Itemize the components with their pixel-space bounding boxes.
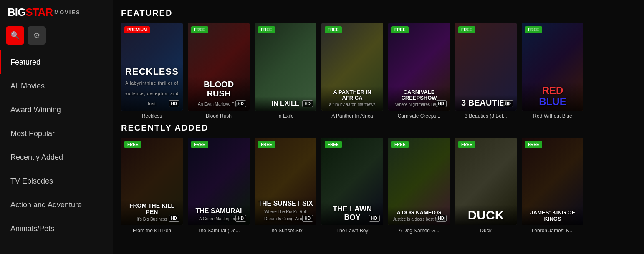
hd-badge: HD <box>436 100 447 107</box>
hd-badge: HD <box>302 215 313 222</box>
movie-title: Reckless <box>121 113 183 119</box>
recently-added-movie-grid: FREE FROM THE KILL PENIt's Big Business … <box>121 138 636 234</box>
movie-card-reckless[interactable]: PREMIUM RECKLESSA labyrinthine thriller … <box>121 23 183 119</box>
badge-free: FREE <box>391 141 409 148</box>
logo: BIGSTAR <box>8 6 53 19</box>
hd-badge: HD <box>169 215 179 222</box>
badge-free: FREE <box>191 26 208 33</box>
movie-title: A Dog Named G... <box>388 228 450 234</box>
movie-title: A Panther In Africa <box>321 113 383 119</box>
hd-badge: HD <box>235 100 246 107</box>
movie-title: From the Kill Pen <box>121 228 183 234</box>
badge-free: FREE <box>525 26 542 33</box>
movie-card-lebron[interactable]: FREE JAMES: KING OF KINGS Lebron James: … <box>522 138 583 234</box>
movie-title: The Lawn Boy <box>321 228 383 234</box>
movie-card-lawn-boy[interactable]: FREE THE LAWN BOY HD The Lawn Boy <box>321 138 383 234</box>
badge-free: FREE <box>391 26 409 33</box>
sidebar-item-tv-episodes[interactable]: TV Episodes <box>0 169 113 193</box>
sidebar: BIGSTAR MOVIES 🔍 ⚙ Featured All Movies A… <box>0 0 113 254</box>
movie-card-blood-rush[interactable]: FREE BLOOD RUSHAn Evan Marlowe Film HD B… <box>188 23 250 119</box>
movie-card-samurai[interactable]: FREE THE SAMURAIA Genre Masterpiece HD T… <box>188 138 250 234</box>
sidebar-item-all-movies[interactable]: All Movies <box>0 74 113 98</box>
movie-title: The Samurai (De... <box>188 228 250 234</box>
logo-area: BIGSTAR MOVIES <box>0 0 113 23</box>
movie-title: Red Without Blue <box>522 113 583 119</box>
hd-badge: HD <box>503 100 513 107</box>
search-bar: 🔍 ⚙ <box>0 23 113 50</box>
search-button[interactable]: 🔍 <box>6 26 24 45</box>
movie-card-kill-pen[interactable]: FREE FROM THE KILL PENIt's Big Business … <box>121 138 183 234</box>
badge-free: FREE <box>525 141 542 148</box>
movie-card-3-beauties[interactable]: FREE 3 BEAUTIES HD 3 Beauties (3 Bel... <box>455 23 517 119</box>
hd-badge: HD <box>235 215 246 222</box>
hd-badge: HD <box>369 215 380 222</box>
movie-title: Blood Rush <box>188 113 250 119</box>
settings-button[interactable]: ⚙ <box>28 26 46 45</box>
search-icon: 🔍 <box>10 31 20 40</box>
badge-free: FREE <box>124 141 141 148</box>
badge-free: FREE <box>325 141 342 148</box>
movie-card-sunset-six[interactable]: FREE THE SUNSET SIXWhere The Rock'n'Roll… <box>255 138 316 234</box>
movie-card-duck[interactable]: FREE DUCK Duck <box>455 138 517 234</box>
badge-free: FREE <box>258 141 275 148</box>
movie-card-carnivale[interactable]: FREE CARNIVALE CREEPSHOWWhere Nightmares… <box>388 23 450 119</box>
poster-text: REDBLUE <box>522 82 583 111</box>
badge-free: FREE <box>458 26 475 33</box>
sidebar-item-most-popular[interactable]: Most Popular <box>0 122 113 146</box>
badge-free: FREE <box>258 26 275 33</box>
movie-card-dog-named[interactable]: FREE A DOG NAMED GJustice is a dog's bes… <box>388 138 450 234</box>
sidebar-item-award-winning[interactable]: Award Winning <box>0 98 113 122</box>
badge-premium: PREMIUM <box>124 26 150 33</box>
recently-added-section-title: RECENTLY ADDED <box>121 123 636 133</box>
sidebar-item-action-adventure[interactable]: Action and Adventure <box>0 193 113 217</box>
hd-badge: HD <box>436 215 447 222</box>
movie-title: 3 Beauties (3 Bel... <box>455 113 517 119</box>
movie-title: Duck <box>455 228 517 234</box>
hd-badge: HD <box>302 100 313 107</box>
badge-free: FREE <box>458 141 475 148</box>
poster-text: DUCK <box>455 205 517 225</box>
movie-title: The Sunset Six <box>255 228 316 234</box>
hd-badge: HD <box>169 100 179 107</box>
sidebar-item-recently-added[interactable]: Recently Added <box>0 146 113 169</box>
sidebar-item-animals-pets[interactable]: Animals/Pets <box>0 217 113 241</box>
movie-title: Lebron James: K... <box>522 228 583 234</box>
gear-icon: ⚙ <box>33 31 40 40</box>
featured-section-title: FEATURED <box>121 8 636 18</box>
movie-title: In Exile <box>255 113 316 119</box>
logo-movies: MOVIES <box>54 9 81 15</box>
movie-title: Carnivale Creeps... <box>388 113 450 119</box>
poster-text: A PANTHER IN AFRICAa film by aaron matth… <box>321 86 383 111</box>
sidebar-item-featured[interactable]: Featured <box>0 50 113 74</box>
movie-card-in-exile[interactable]: FREE IN EXILE HD In Exile <box>255 23 316 119</box>
featured-movie-grid: PREMIUM RECKLESSA labyrinthine thriller … <box>121 23 636 119</box>
main-content: FEATURED PREMIUM RECKLESSA labyrinthine … <box>113 0 644 254</box>
movie-card-red-without-blue[interactable]: FREE REDBLUE Red Without Blue <box>522 23 583 119</box>
poster-text: JAMES: KING OF KINGS <box>522 206 583 225</box>
movie-card-panther-africa[interactable]: FREE A PANTHER IN AFRICAa film by aaron … <box>321 23 383 119</box>
nav-list: Featured All Movies Award Winning Most P… <box>0 50 113 254</box>
badge-free: FREE <box>191 141 208 148</box>
badge-free: FREE <box>325 26 342 33</box>
